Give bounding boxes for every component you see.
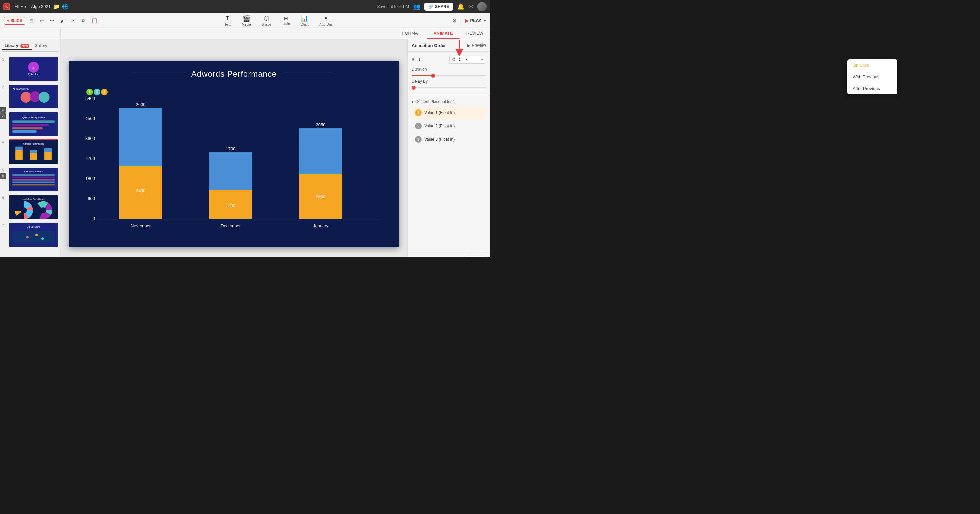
chart-tool[interactable]: 📊 Chart xyxy=(297,13,313,28)
anim-item-2[interactable]: 2 Value 2 (Float In) xyxy=(412,120,486,132)
duration-row: Duration xyxy=(412,67,486,72)
undo-button[interactable]: ↩ xyxy=(38,16,46,25)
red-arrow-indicator xyxy=(453,39,466,57)
svg-rect-15 xyxy=(12,127,43,129)
slide-thumb-7[interactable]: Our Locations xyxy=(9,222,58,247)
tab-bar: FORMAT ANIMATE REVIEW xyxy=(396,28,490,39)
anim-item-1[interactable]: 1 Value 1 (Float In) xyxy=(412,107,486,119)
delay-slider[interactable] xyxy=(412,87,486,88)
tab-format[interactable]: FORMAT xyxy=(396,28,427,39)
slide-panel: Library New Gallery 1 Z Zyiker Inc. xyxy=(0,39,60,257)
text-tool[interactable]: T Text xyxy=(220,13,235,28)
duration-track xyxy=(412,75,486,76)
format-paint-button[interactable]: 🖌 xyxy=(58,16,67,25)
svg-text:1700: 1700 xyxy=(226,146,235,151)
top-bar: ▷ FILE ▾ Algo 2021 📁 🌐 Saved at 5:04 PM … xyxy=(0,0,490,13)
svg-point-43 xyxy=(35,234,38,236)
play-button[interactable]: ▶ PLAY xyxy=(465,18,481,23)
slide-item-3[interactable]: 3 Zyker Marketing Strategy xyxy=(2,112,58,137)
side-icon-1[interactable]: ⊞ xyxy=(0,107,6,113)
paste-button[interactable]: 📋 xyxy=(89,16,100,25)
svg-rect-13 xyxy=(12,120,55,123)
duration-thumb[interactable] xyxy=(431,74,435,78)
slide-item-7[interactable]: 7 Our Locations xyxy=(2,222,58,247)
svg-text:2400: 2400 xyxy=(136,188,146,193)
slide-thumb-5[interactable]: Roadshow Analytics xyxy=(9,167,58,192)
svg-text:1300: 1300 xyxy=(226,203,235,208)
slide-thumb-2[interactable]: About Zyiker Inc. xyxy=(9,84,58,109)
slide-item-5[interactable]: 5 Roadshow Analytics xyxy=(2,167,58,192)
delay-label: Delay By xyxy=(412,79,428,84)
slide-thumb-6[interactable]: Leads from Social Media xyxy=(9,195,58,220)
app-logo: ▷ xyxy=(3,3,10,10)
redo-button[interactable]: ↪ xyxy=(48,16,56,25)
duration-label: Duration xyxy=(412,67,427,72)
svg-text:November: November xyxy=(130,223,151,228)
slide-item-6[interactable]: 6 Leads from Social Media xyxy=(2,195,58,220)
settings-icon[interactable]: ⚙ xyxy=(452,18,457,24)
svg-rect-29 xyxy=(12,179,55,181)
svg-text:2700: 2700 xyxy=(85,156,95,161)
svg-text:3600: 3600 xyxy=(85,136,95,141)
svg-text:4500: 4500 xyxy=(85,116,95,121)
project-name: Algo 2021 xyxy=(31,4,51,9)
slide-thumb-3[interactable]: Zyker Marketing Strategy xyxy=(9,112,58,137)
slide-item-4[interactable]: 4 Adwords Performance xyxy=(2,139,58,164)
scissors-button[interactable]: ✂ xyxy=(69,16,78,25)
layout-button[interactable]: ⊟ xyxy=(27,16,36,25)
user-avatar[interactable] xyxy=(477,2,487,11)
add-slide-button[interactable]: + SLIDE xyxy=(4,17,25,25)
play-dropdown-arrow[interactable]: ▾ xyxy=(484,18,486,23)
svg-rect-14 xyxy=(12,124,49,126)
close-button[interactable]: Close xyxy=(465,256,486,257)
tab-animate[interactable]: ANIMATE xyxy=(427,28,459,39)
svg-text:Our Locations: Our Locations xyxy=(27,226,40,228)
toolbar-separator-2 xyxy=(461,17,461,25)
preview-link[interactable]: ▶ Preview xyxy=(467,43,486,48)
toolbar-right: ⚙ ▶ PLAY ▾ xyxy=(452,17,486,25)
people-icon[interactable]: 👥 xyxy=(413,3,420,10)
library-tab[interactable]: Library New xyxy=(2,42,32,50)
slide-item-2[interactable]: 2 About Zyiker Inc. xyxy=(2,84,58,109)
folder-icon[interactable]: 📁 xyxy=(53,3,60,10)
anim-group-label[interactable]: ▾ Content Placeholder 1 xyxy=(412,99,486,104)
delay-track xyxy=(412,87,486,88)
anim-num-2: 2 xyxy=(415,123,422,129)
share-button[interactable]: 🔗 SHARE xyxy=(424,3,453,11)
addons-tool[interactable]: ✦ Add-Ons xyxy=(315,13,336,28)
slide-thumb-1[interactable]: Z Zyiker Inc. xyxy=(9,56,58,81)
gallery-tab[interactable]: Gallery xyxy=(32,42,50,50)
slide-number-5: 5 xyxy=(2,168,7,172)
anim-label-1: Value 1 (Float In) xyxy=(424,110,455,115)
top-bar-icons: 📁 🌐 xyxy=(53,3,68,10)
saved-text: Saved at 5:04 PM xyxy=(377,4,409,9)
slide-thumb-4[interactable]: Adwords Performance xyxy=(9,139,58,164)
anim-label-2: Value 2 (Float In) xyxy=(424,124,455,128)
web-icon[interactable]: 🌐 xyxy=(62,3,68,10)
share-icon: 🔗 xyxy=(428,4,433,9)
copy-button[interactable]: ⧉ xyxy=(80,16,88,25)
svg-text:0: 0 xyxy=(93,216,95,221)
slide-number-2: 2 xyxy=(2,85,7,89)
start-label: Start xyxy=(412,57,420,62)
slide-title-area: Adwords Performance xyxy=(69,60,399,79)
slide-item-1[interactable]: 1 Z Zyiker Inc. xyxy=(2,56,58,81)
tab-review[interactable]: REVIEW xyxy=(460,28,490,39)
duration-slider[interactable] xyxy=(412,75,486,76)
bar-nov-blue xyxy=(119,108,162,165)
start-row: Start On Click ▾ xyxy=(412,56,486,64)
slide-canvas-wrapper: Adwords Performance 3 2 1 5400 4500 3600 xyxy=(60,39,407,257)
right-panel: Animation Order ▶ Preview Start xyxy=(407,39,490,257)
table-tool[interactable]: ⊞ Table xyxy=(278,14,294,27)
anim-item-3[interactable]: 3 Value 3 (Float In) xyxy=(412,133,486,145)
file-button[interactable]: FILE ▾ xyxy=(13,3,28,10)
side-icon-2[interactable]: 🔊 xyxy=(0,113,6,119)
slide-number-4: 4 xyxy=(2,141,7,144)
side-icon-3[interactable]: ⊞ xyxy=(0,173,6,179)
shape-tool[interactable]: ⬡ Shape xyxy=(258,13,275,28)
notification-icon[interactable]: 🔔 xyxy=(457,3,465,10)
delay-thumb[interactable] xyxy=(412,86,416,90)
message-icon[interactable]: ✉ xyxy=(468,3,473,10)
media-tool[interactable]: 🎬 Media xyxy=(238,13,255,28)
svg-text:1800: 1800 xyxy=(85,176,95,181)
